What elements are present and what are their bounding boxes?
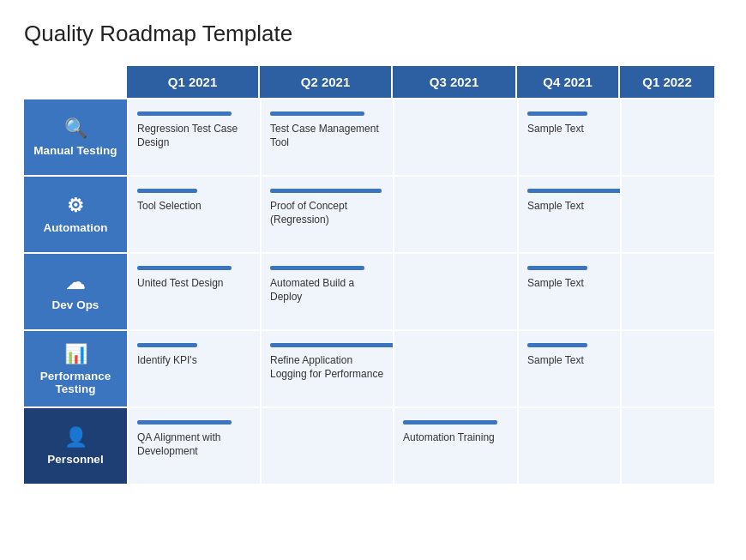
cloud-icon: ☁ (66, 272, 85, 294)
gear-icon: ⚙ (67, 195, 84, 217)
performance-testing-q1-text: Identify KPI's (137, 353, 197, 367)
automation-q3 (393, 175, 517, 252)
label-personnel: 👤 Personnel (24, 406, 127, 484)
label-devops: ☁ Dev Ops (24, 252, 127, 329)
automation-q1: Tool Selection (127, 175, 260, 252)
manual-testing-q4: Sample Text (517, 98, 620, 175)
bar (137, 343, 197, 347)
personnel-q3: Automation Training (393, 406, 517, 484)
performance-testing-q1: Identify KPI's (127, 329, 260, 406)
automation-q2-text: Proof of Concept (Regression) (270, 199, 384, 226)
bar (270, 189, 382, 193)
devops-q1-text: United Test Design (137, 276, 224, 290)
personnel-q2 (260, 406, 393, 484)
devops-q1-2022 (620, 252, 714, 329)
devops-label: Dev Ops (52, 298, 99, 311)
chart-icon: 📊 (64, 343, 87, 365)
performance-testing-q2-text: Refine Application Logging for Performan… (270, 353, 384, 381)
performance-testing-q2: Refine Application Logging for Performan… (260, 329, 393, 406)
performance-testing-q4-text: Sample Text (527, 353, 584, 367)
personnel-label: Personnel (47, 453, 103, 466)
performance-testing-q3 (393, 329, 517, 406)
automation-q1-text: Tool Selection (137, 199, 202, 213)
roadmap-grid: Q1 2021 Q2 2021 Q3 2021 Q4 2021 Q1 2022 … (24, 66, 722, 484)
manual-testing-q1: Regression Test Case Design (127, 98, 260, 175)
automation-label: Automation (44, 221, 108, 234)
header-spacer (24, 66, 127, 98)
automation-q4: Sample Text (517, 175, 620, 252)
bar (270, 343, 394, 347)
personnel-q1: QA Alignment with Development (127, 406, 260, 484)
manual-testing-q1-2022 (620, 98, 714, 175)
bar (270, 111, 364, 116)
manual-testing-q3 (393, 98, 517, 175)
automation-q4-text: Sample Text (527, 199, 584, 213)
performance-testing-q1-2022 (620, 329, 714, 406)
devops-q4: Sample Text (517, 252, 620, 329)
header-q3-2021: Q3 2021 (393, 66, 517, 98)
label-automation: ⚙ Automation (24, 175, 127, 252)
devops-q4-text: Sample Text (527, 276, 584, 290)
bar (527, 343, 587, 347)
label-manual-testing: 🔍 Manual Testing (24, 98, 127, 175)
header-q2-2021: Q2 2021 (260, 66, 393, 98)
bar (137, 266, 232, 270)
devops-q2-text: Automated Build a Deploy (270, 276, 384, 304)
bar (137, 111, 232, 116)
automation-q1-2022 (620, 175, 714, 252)
personnel-q1-2022 (620, 406, 714, 484)
bar (270, 266, 364, 270)
automation-q2: Proof of Concept (Regression) (260, 175, 393, 252)
personnel-q3-text: Automation Training (403, 431, 495, 444)
search-icon: 🔍 (64, 117, 87, 140)
personnel-q1-text: QA Alignment with Development (137, 431, 251, 458)
personnel-q4 (517, 406, 620, 484)
header-q1-2021: Q1 2021 (127, 66, 260, 98)
page-title: Quality Roadmap Template (24, 21, 722, 47)
bar (527, 111, 587, 116)
bar (527, 189, 622, 193)
bar (403, 420, 497, 425)
header-q4-2021: Q4 2021 (517, 66, 620, 98)
performance-testing-label: Performance Testing (29, 370, 122, 395)
manual-testing-label: Manual Testing (33, 144, 117, 157)
performance-testing-q4: Sample Text (517, 329, 620, 406)
manual-testing-q2-text: Test Case Management Tool (270, 122, 384, 149)
bar (527, 266, 587, 270)
manual-testing-q2: Test Case Management Tool (260, 98, 393, 175)
label-performance-testing: 📊 Performance Testing (24, 329, 127, 406)
bar (137, 420, 232, 425)
manual-testing-q4-text: Sample Text (527, 122, 584, 135)
devops-q1: United Test Design (127, 252, 260, 329)
devops-q3 (393, 252, 517, 329)
person-icon: 👤 (64, 426, 87, 449)
devops-q2: Automated Build a Deploy (260, 252, 393, 329)
header-q1-2022: Q1 2022 (620, 66, 714, 98)
bar (137, 189, 197, 193)
manual-testing-q1-text: Regression Test Case Design (137, 122, 251, 149)
